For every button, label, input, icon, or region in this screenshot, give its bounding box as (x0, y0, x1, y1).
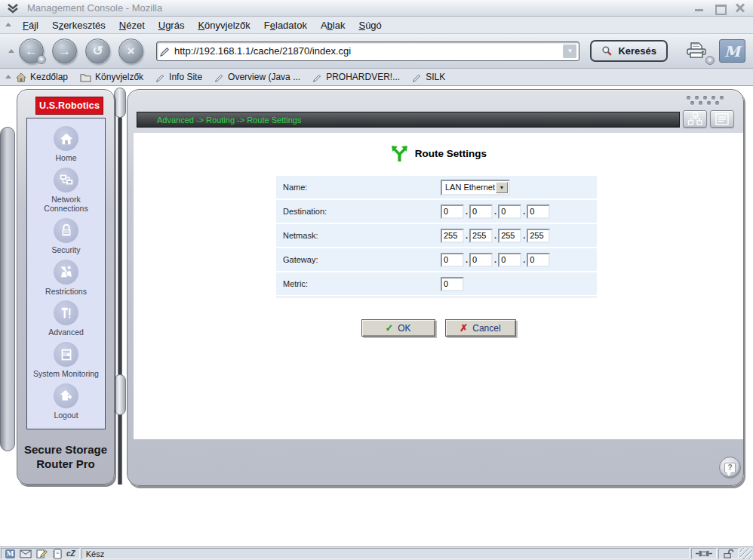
octet-separator: . (523, 231, 525, 240)
bookmark-quill-icon[interactable] (159, 45, 171, 57)
status-message-panel: Kész (81, 548, 690, 559)
navigator-icon[interactable]: M (5, 549, 15, 558)
menu-file[interactable]: Fájl (16, 18, 45, 32)
menu-go-mnemonic: U (158, 20, 165, 31)
bookmark-folder-konyvjelzok[interactable]: Könyvjelzők (80, 72, 143, 82)
router-sidebar-device: U.S.Robotics Home Network Connections (17, 89, 115, 485)
bookmarksbar-grabber[interactable] (5, 72, 11, 82)
netmask-octet-3[interactable] (498, 229, 521, 243)
back-history-dropdown[interactable]: ▼ (37, 55, 46, 64)
help-button[interactable]: ? (719, 457, 741, 478)
sidebar-item-system-monitoring[interactable]: System Monitoring (29, 342, 103, 378)
netmask-octet-2[interactable] (469, 229, 493, 243)
ok-button[interactable]: ✓ OK (361, 319, 435, 337)
name-select[interactable]: LAN Ethernet ▼ (441, 180, 510, 195)
netmask-octet-1[interactable] (441, 229, 464, 243)
usrobotics-logo-text: U.S.Robotics (39, 100, 100, 111)
octet-separator: . (466, 231, 468, 240)
bookmark-home[interactable]: Kezdőlap (16, 72, 68, 82)
url-dropdown-button[interactable]: ▼ (563, 45, 576, 58)
destination-octet-2[interactable] (469, 205, 493, 219)
menu-edit[interactable]: Szerkesztés (45, 18, 112, 32)
form-actions: ✓ OK ✗ Cancel (134, 319, 743, 337)
maximize-button[interactable] (713, 2, 727, 14)
menu-go[interactable]: Ugrás (152, 18, 192, 32)
url-input[interactable] (171, 45, 563, 57)
metric-input[interactable] (441, 277, 464, 291)
bookmark-quill-icon (155, 72, 165, 82)
status-bar: M cZ Kész (0, 546, 753, 560)
cancel-button[interactable]: ✗ Cancel (445, 319, 516, 337)
reload-button[interactable]: ↺ (85, 38, 110, 63)
compose-icon[interactable] (36, 549, 48, 558)
site-list-button[interactable] (710, 110, 734, 128)
gateway-label: Gateway: (276, 255, 318, 264)
ok-button-label: OK (398, 323, 410, 334)
destination-octet-1[interactable] (441, 205, 464, 219)
site-map-button[interactable] (683, 110, 707, 128)
window-menu-icon[interactable] (6, 3, 20, 14)
destination-octet-4[interactable] (527, 205, 550, 219)
menu-view-mnemonic: N (119, 20, 126, 31)
sidebar-item-restrictions[interactable]: Restrictions (29, 260, 103, 296)
home-icon (16, 72, 26, 82)
sidebar-item-label: Advanced (48, 328, 84, 337)
sidebar-item-label: Home (55, 153, 76, 162)
chevron-down-icon: ▼ (708, 58, 712, 63)
sidebar-item-label: Logout (54, 411, 78, 420)
navigator-icon-letter: M (7, 550, 14, 558)
sidebar-item-home[interactable]: Home (29, 126, 103, 162)
toolbar-grabber[interactable] (8, 46, 14, 57)
sidebar-item-logout[interactable]: Logout (29, 383, 103, 420)
router-page-content: Route Settings Name: LAN Ethernet ▼ (134, 133, 743, 439)
menu-view[interactable]: Nézet (112, 18, 152, 32)
online-status[interactable] (691, 548, 717, 559)
search-icon (601, 45, 613, 57)
close-button[interactable] (733, 2, 747, 14)
bookmark-prohardver[interactable]: PROHARDVER!... (312, 72, 400, 82)
route-fork-icon (390, 144, 409, 163)
restrictions-icon (54, 260, 78, 285)
gateway-octet-1[interactable] (441, 253, 464, 267)
stop-button[interactable]: × (118, 38, 143, 63)
destination-octet-3[interactable] (498, 205, 521, 219)
search-button[interactable]: Keresés (590, 40, 668, 62)
security-status[interactable] (718, 548, 739, 559)
gateway-octet-3[interactable] (498, 253, 521, 267)
bookmark-info-site[interactable]: Info Site (155, 72, 202, 82)
sidebar-item-security[interactable]: Security (29, 218, 103, 254)
bookmark-overview[interactable]: Overview (Java ... (214, 72, 300, 82)
sidebar-item-network-connections[interactable]: Network Connections (29, 168, 103, 213)
bookmark-silk-label: SILK (426, 72, 445, 82)
router-main-device: Advanced -> Routing -> Route Settings (127, 89, 744, 486)
mail-icon[interactable] (20, 549, 32, 558)
minimize-button[interactable] (693, 2, 706, 14)
gateway-octet-4[interactable] (527, 253, 550, 267)
breadcrumb-text: Advanced -> Routing -> Route Settings (157, 115, 301, 125)
menubar-grabber[interactable] (5, 20, 11, 30)
menu-window[interactable]: Ablak (314, 18, 352, 32)
help-icon: ? (724, 463, 736, 473)
route-settings-form: Name: LAN Ethernet ▼ Destination: (276, 176, 597, 297)
print-button[interactable]: ▼ (684, 40, 708, 63)
bookmark-silk[interactable]: SILK (412, 72, 445, 82)
mozilla-logo[interactable]: M (719, 39, 745, 63)
menu-help-label-post: úgó (365, 20, 382, 31)
menu-tasks[interactable]: Feladatok (257, 18, 314, 32)
netmask-label: Netmask: (276, 231, 318, 240)
status-text: Kész (86, 549, 104, 558)
menu-help[interactable]: Súgó (352, 18, 388, 32)
search-button-label: Keresés (618, 45, 656, 57)
chatzilla-icon[interactable]: cZ (66, 549, 75, 558)
reload-icon: ↺ (92, 43, 103, 59)
back-button[interactable]: ← ▼ (19, 38, 44, 63)
sidebar-item-advanced[interactable]: Advanced (29, 300, 103, 337)
print-dropdown[interactable]: ▼ (705, 56, 715, 65)
router-hinge-knob-top (114, 88, 126, 118)
gateway-octet-2[interactable] (469, 253, 493, 267)
forward-button[interactable]: → (52, 38, 77, 63)
resize-grip[interactable] (740, 548, 752, 559)
menu-bookmarks[interactable]: Könyvjelzők (191, 18, 257, 32)
netmask-octet-4[interactable] (527, 229, 550, 243)
address-book-icon[interactable] (52, 549, 62, 559)
